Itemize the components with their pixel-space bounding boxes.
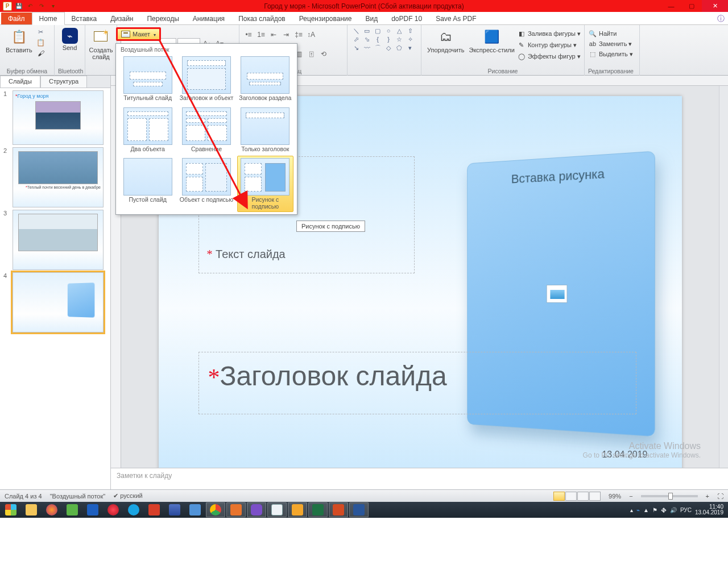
task-outlook[interactable] [288,502,307,517]
layout-blank[interactable]: Пустой слайд [119,156,176,212]
tab-slideshow[interactable]: Показ слайдов [231,13,292,24]
panel-tab-slides[interactable]: Слайды [0,76,40,88]
tab-home[interactable]: Home [32,12,65,25]
bullets-icon[interactable]: •≡ [243,29,254,40]
help-icon[interactable]: ⓘ [717,14,725,24]
window-title: Город у моря - Microsoft PowerPoint (Сбо… [0,2,728,10]
layout-title-slide[interactable]: Титульный слайд [119,54,176,104]
layout-comparison[interactable]: Сравнение [178,105,234,155]
tray-chevron-up-icon[interactable]: ▴ [630,507,633,513]
task-app3[interactable] [165,502,184,517]
task-app2[interactable] [144,502,164,517]
shape-fill-button[interactable]: ◧Заливка фигуры ▾ [517,29,581,38]
shape-outline-button[interactable]: ✎Контур фигуры ▾ [517,40,581,49]
shape-effects-button[interactable]: ◯Эффекты фигур ▾ [517,52,581,61]
panel-tab-outline[interactable]: Структура [40,76,87,88]
tray-clock[interactable]: 11:4013.04.2019 [695,504,723,516]
layout-title-only[interactable]: Только заголовок [237,105,293,155]
task-viber[interactable] [247,502,266,517]
line-spacing-icon[interactable]: ‡≡ [293,29,304,40]
insert-picture-icon[interactable] [546,285,567,303]
task-2gis[interactable] [63,502,82,517]
tab-dopdf[interactable]: doPDF 10 [384,13,429,24]
view-reading-button[interactable] [577,492,589,501]
effects-icon: ◯ [517,52,526,61]
tray-language[interactable]: РУС [680,507,692,513]
tray-bluetooth-icon[interactable]: ⌁ [636,507,640,513]
tray-flag-icon[interactable]: ⚑ [652,507,657,513]
task-excel[interactable] [308,502,328,517]
slide-thumb-1[interactable]: Город у моря [13,90,104,145]
cut-icon[interactable] [35,27,47,37]
task-app4[interactable] [185,502,205,517]
layout-picture-caption[interactable]: Рисунок с подписью [237,156,293,212]
notes-pane[interactable]: Заметки к слайду [111,468,728,489]
task-opera[interactable] [104,502,123,517]
layout-title-content[interactable]: Заголовок и объект [178,54,234,104]
group-drawing: Рисование [425,68,581,75]
tray-network-icon[interactable]: ⛖ [661,507,667,513]
tab-insert[interactable]: Вставка [65,13,104,24]
zoom-label[interactable]: 99% [609,493,621,500]
new-slide-button[interactable]: ✶ Создать слайд [89,27,113,60]
layout-two-content[interactable]: Два объекта [119,105,176,155]
arrange-button[interactable]: 🗂 Упорядочить [425,27,466,62]
numbering-icon[interactable]: 1≡ [255,29,267,40]
copy-icon[interactable] [35,38,47,48]
system-tray[interactable]: ▴ ⌁ ▲ ⚑ ⛖ 🔊 РУС 11:4013.04.2019 [630,504,727,516]
zoom-slider[interactable] [641,495,698,497]
close-button[interactable]: ✕ [702,0,728,12]
align-text-icon[interactable]: ⍐ [305,48,317,60]
task-notepad[interactable] [267,502,287,517]
vertical-scrollbar[interactable] [719,86,728,468]
find-button[interactable]: 🔍Найти [588,29,634,38]
tab-savepdf[interactable]: Save As PDF [429,13,483,24]
task-powerpoint[interactable] [329,502,348,517]
task-explorer[interactable] [22,502,41,517]
zoom-out-icon[interactable]: − [629,493,632,500]
bluetooth-send-button[interactable]: ⌁ Send [58,27,81,51]
replace-icon: ab [588,39,597,48]
view-slideshow-button[interactable] [589,492,601,501]
fit-window-icon[interactable]: ⛶ [717,493,723,500]
start-button[interactable] [1,502,20,517]
slide-thumb-4[interactable] [13,272,104,332]
indent-inc-icon[interactable]: ⇥ [280,29,292,40]
view-normal-button[interactable] [553,492,565,501]
tab-file[interactable]: Файл [1,13,32,24]
tab-design[interactable]: Дизайн [104,13,140,24]
task-app1[interactable] [83,502,102,517]
text-direction-icon[interactable]: ↕A [305,29,317,40]
paste-button[interactable]: 📋 Вставить [3,27,35,59]
view-sorter-button[interactable] [565,492,577,501]
indent-dec-icon[interactable]: ⇤ [268,29,279,40]
ribbon-tabs: Файл Home Вставка Дизайн Переходы Анимац… [0,12,728,25]
task-skype[interactable] [124,502,143,517]
minimize-button[interactable]: — [661,0,681,12]
shapes-gallery[interactable]: ＼▭▢○△⇧ ⬀⬂{}☆✧ ↘〰⌒◇⬠▾ [351,27,417,52]
slide-thumb-2[interactable]: *Теплый почти весенний день в декабре [13,147,104,207]
tab-animations[interactable]: Анимация [186,13,231,24]
task-firefox[interactable] [42,502,61,517]
status-language[interactable]: ✔ русский [113,492,143,500]
slide-thumb-3[interactable] [13,210,104,270]
layout-content-caption[interactable]: Объект с подписью [178,156,234,212]
tray-volume-icon[interactable]: 🔊 [670,507,677,513]
tray-shield-icon[interactable]: ▲ [643,507,649,513]
layout-section-header[interactable]: Заголовок раздела [237,54,293,104]
task-chrome[interactable] [206,502,225,517]
task-app5[interactable] [226,502,246,517]
smartart-icon[interactable]: ⟲ [318,48,329,60]
quick-styles-button[interactable]: 🟦 Экспресс-стили [466,27,516,62]
format-painter-icon[interactable] [35,48,47,59]
maximize-button[interactable]: ▢ [681,0,702,12]
layout-button[interactable]: Макет [116,27,161,41]
select-button[interactable]: ⬚Выделить ▾ [588,49,634,59]
replace-button[interactable]: abЗаменить ▾ [588,39,634,48]
zoom-in-icon[interactable]: + [706,493,709,500]
tab-review[interactable]: Рецензирование [292,13,359,24]
tab-transitions[interactable]: Переходы [140,13,185,24]
tab-view[interactable]: Вид [358,13,384,24]
task-word[interactable] [349,502,369,517]
title-placeholder[interactable]: *Заголовок слайда [198,352,636,414]
